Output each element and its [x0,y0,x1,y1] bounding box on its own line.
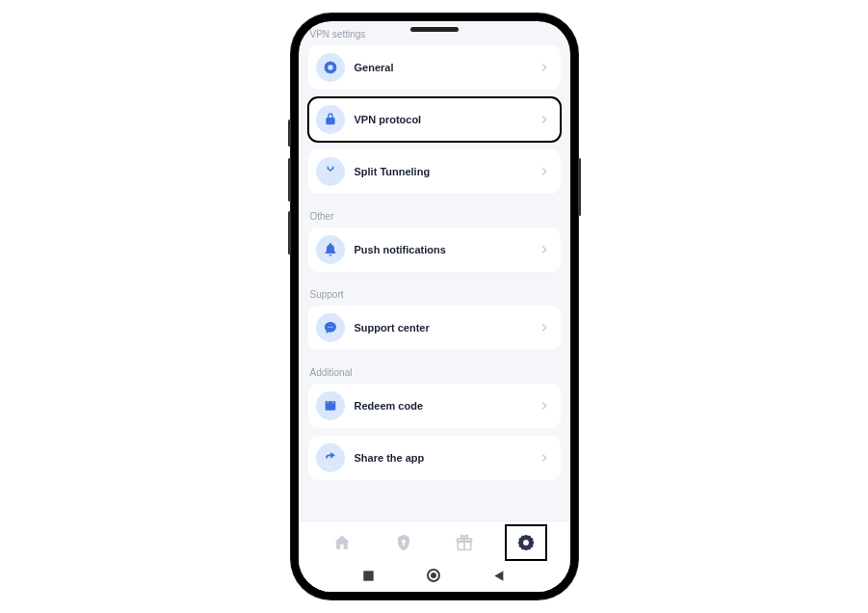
ticket-icon [316,391,345,420]
row-split-tunneling[interactable]: Split Tunneling [308,149,561,194]
svg-rect-1 [325,401,335,404]
chat-icon [316,313,345,342]
svg-point-2 [327,402,328,403]
row-label: VPN protocol [355,114,538,125]
home-button[interactable] [426,568,441,587]
chevron-right-icon [538,61,551,74]
svg-point-9 [431,573,436,578]
lock-icon [316,105,345,134]
screen: VPN settings General VPN protocol [299,21,570,592]
row-label: Support center [355,322,538,333]
bottom-nav [299,520,570,563]
nav-gift[interactable] [445,526,484,559]
nav-home[interactable] [323,526,361,559]
share-icon [316,443,345,472]
row-vpn-protocol[interactable]: VPN protocol [308,97,561,142]
volume-up-button [288,158,291,201]
row-share-app[interactable]: Share the app [308,436,561,480]
system-nav [299,563,570,592]
settings-content: VPN settings General VPN protocol [299,21,570,520]
section-header-additional: Additional [308,358,561,384]
row-label: Split Tunneling [355,166,538,177]
nav-shield[interactable] [384,526,423,559]
svg-marker-10 [494,571,503,580]
bell-icon [316,235,345,264]
section-header-vpn-settings: VPN settings [308,25,561,45]
chevron-right-icon [538,451,551,465]
row-label: General [355,62,538,73]
row-support-center[interactable]: Support center [308,306,561,350]
chevron-right-icon [538,321,551,334]
side-button [288,120,291,147]
row-label: Redeem code [355,400,538,412]
power-button [578,158,581,216]
volume-down-button [288,211,291,254]
row-general[interactable]: General [308,45,561,90]
recent-apps-button[interactable] [362,569,375,586]
chevron-right-icon [538,399,551,413]
row-label: Share the app [355,452,538,464]
gear-icon [316,53,345,82]
phone-frame: VPN settings General VPN protocol [291,13,578,600]
svg-point-3 [332,402,333,403]
section-header-support: Support [308,280,561,306]
svg-rect-7 [363,571,373,580]
chevron-right-icon [538,113,551,126]
row-push-notifications[interactable]: Push notifications [308,227,561,272]
chevron-right-icon [538,243,551,256]
row-label: Push notifications [355,244,538,255]
chevron-right-icon [538,165,551,178]
row-redeem-code[interactable]: Redeem code [308,384,561,428]
back-button[interactable] [493,569,506,586]
nav-settings[interactable] [507,526,545,559]
section-header-other: Other [308,201,561,227]
split-icon [316,157,345,186]
